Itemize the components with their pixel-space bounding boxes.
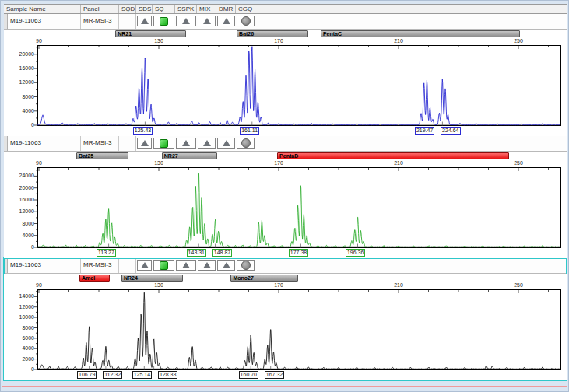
- y-tick-label: 4000: [4, 108, 34, 114]
- panel-name-cell[interactable]: MR-MSI-3: [81, 14, 119, 29]
- peak-size-label[interactable]: 177.38: [289, 249, 308, 257]
- peak-size-label[interactable]: 125.43: [133, 127, 153, 135]
- flag-box-sq[interactable]: [153, 260, 174, 271]
- trace-plot[interactable]: [32, 289, 561, 371]
- x-tick-label: 130: [149, 282, 169, 289]
- marker-bar-nr24[interactable]: NR24: [121, 275, 183, 282]
- marker-bar-bat25[interactable]: Bat25: [76, 152, 128, 159]
- electropherogram[interactable]: Bat25NR27PentaD 90130170210250 113.27143…: [4, 152, 567, 258]
- marker-bar-pentad[interactable]: PentaD: [277, 152, 509, 159]
- sample-panel: M19-11063 MR-MSI-3 Bat25NR27PentaD 90130…: [4, 136, 567, 258]
- peak-size-label[interactable]: 112.32: [103, 371, 122, 379]
- flag-box-sspk[interactable]: [176, 260, 196, 271]
- y-tick-label: 4000: [4, 233, 34, 239]
- panel-name-cell[interactable]: MR-MSI-3: [81, 258, 119, 273]
- y-tick-label: 24000: [4, 173, 34, 179]
- header-col-sspk[interactable]: SSPK: [175, 5, 197, 13]
- marker-bar-nr27[interactable]: NR27: [162, 152, 217, 159]
- flag-box-cgq[interactable]: [237, 138, 255, 149]
- marker-bar-row: Bat25NR27PentaD: [4, 152, 567, 160]
- y-tick-label: 4000: [4, 345, 34, 352]
- y-tick-label: 12000: [4, 208, 34, 215]
- flag-cell-sqd[interactable]: [119, 14, 136, 29]
- peak-size-label[interactable]: 128.33: [158, 371, 177, 379]
- sample-panel: M19-11063 MR-MSI-3 AmelNR24Mono27 901301…: [4, 258, 567, 380]
- peak-size-label[interactable]: 219.47: [415, 127, 434, 135]
- peak-size-label[interactable]: 167.32: [265, 371, 284, 379]
- gray-circle-icon: [241, 16, 251, 26]
- flag-box-cgq[interactable]: [237, 16, 255, 26]
- x-tick-label: 170: [269, 282, 289, 289]
- y-tick-label: 0: [4, 122, 34, 128]
- header-col-sq[interactable]: SQ: [153, 5, 175, 13]
- marker-bar-amel[interactable]: Amel: [79, 275, 110, 282]
- marker-bar-nr21[interactable]: NR21: [115, 30, 186, 37]
- panel-name: MR-MSI-3: [83, 17, 111, 24]
- header-col-sds[interactable]: SDS: [136, 5, 153, 13]
- x-tick-label: 90: [29, 282, 49, 289]
- warning-triangle-icon: [182, 18, 190, 24]
- flag-box-sspk[interactable]: [176, 138, 196, 149]
- sample-name: M19-11063: [10, 139, 41, 146]
- flag-box-sds[interactable]: [137, 138, 152, 149]
- warning-triangle-icon: [203, 262, 211, 268]
- x-tick-label: 130: [149, 160, 169, 166]
- header-col-dmr[interactable]: DMR: [216, 5, 236, 13]
- panel-name-cell[interactable]: MR-MSI-3: [81, 136, 119, 151]
- sample-row[interactable]: M19-11063 MR-MSI-3: [4, 258, 567, 274]
- electropherogram[interactable]: NR21Bat26PentaC 90130170210250 125.43161…: [4, 30, 567, 136]
- sample-row[interactable]: M19-11063 MR-MSI-3: [4, 136, 567, 152]
- flag-box-sspk[interactable]: [176, 16, 196, 26]
- flag-cell-sqd[interactable]: [119, 258, 136, 273]
- header-col-sqd[interactable]: SQD: [119, 5, 136, 13]
- peak-size-label[interactable]: 160.70: [239, 371, 258, 379]
- sample-name-cell[interactable]: M19-11063: [8, 258, 81, 273]
- electropherogram[interactable]: AmelNR24Mono27 90130170210250 106.79112.…: [4, 274, 567, 380]
- header-col-mix[interactable]: MIX: [197, 5, 216, 13]
- flag-box-sds[interactable]: [137, 16, 152, 26]
- sample-name-cell[interactable]: M19-11063: [8, 136, 81, 151]
- peak-size-label[interactable]: 161.11: [240, 127, 259, 135]
- row-filler: [255, 258, 567, 273]
- peak-size-label[interactable]: 224.64: [441, 127, 460, 135]
- warning-triangle-icon: [141, 262, 149, 268]
- peak-size-label[interactable]: 196.36: [346, 249, 365, 257]
- marker-bar-pentac[interactable]: PentaC: [321, 30, 520, 37]
- flag-box-mix[interactable]: [198, 260, 216, 271]
- peak-size-label[interactable]: 143.31: [187, 249, 206, 257]
- y-tick-label: 14000: [4, 293, 34, 299]
- panel-name: MR-MSI-3: [83, 139, 111, 146]
- x-tick-label: 130: [149, 38, 169, 44]
- trace-plot[interactable]: [32, 166, 561, 249]
- trace-plot[interactable]: [32, 44, 561, 127]
- y-tick-label: 0: [4, 366, 34, 373]
- marker-bar-bat26[interactable]: Bat26: [237, 30, 308, 37]
- sample-panel: M19-11063 MR-MSI-3 NR21Bat26PentaC 90130…: [4, 14, 567, 136]
- peak-size-label[interactable]: 148.87: [212, 249, 232, 257]
- marker-bar-mono27[interactable]: Mono27: [230, 275, 298, 282]
- flag-box-cgq[interactable]: [237, 260, 255, 271]
- flag-cell-sqd[interactable]: [119, 136, 136, 151]
- flag-box-mix[interactable]: [198, 138, 216, 149]
- flag-box-dmr[interactable]: [217, 138, 235, 149]
- peak-size-label[interactable]: 125.14: [132, 371, 152, 379]
- flag-box-sq[interactable]: [153, 138, 174, 149]
- marker-bar-row: AmelNR24Mono27: [4, 274, 567, 282]
- warning-triangle-icon: [223, 140, 230, 146]
- flag-box-sds[interactable]: [137, 260, 152, 271]
- header-col-cgq[interactable]: CGQ: [236, 5, 255, 13]
- y-tick-label: 12000: [4, 79, 34, 86]
- flag-box-dmr[interactable]: [217, 260, 235, 271]
- flag-box-dmr[interactable]: [217, 16, 235, 26]
- flag-box-sq[interactable]: [153, 16, 174, 26]
- row-filler: [255, 14, 567, 29]
- header-col-panel[interactable]: Panel: [81, 5, 119, 13]
- peak-size-label[interactable]: 106.79: [77, 371, 97, 379]
- warning-triangle-icon: [203, 18, 211, 24]
- flag-box-mix[interactable]: [198, 16, 216, 26]
- x-tick-label: 250: [508, 38, 529, 44]
- sample-row[interactable]: M19-11063 MR-MSI-3: [4, 14, 567, 30]
- header-col-sample-name[interactable]: Sample Name: [4, 5, 81, 13]
- peak-size-label[interactable]: 113.27: [97, 249, 116, 257]
- sample-name-cell[interactable]: M19-11063: [8, 14, 81, 29]
